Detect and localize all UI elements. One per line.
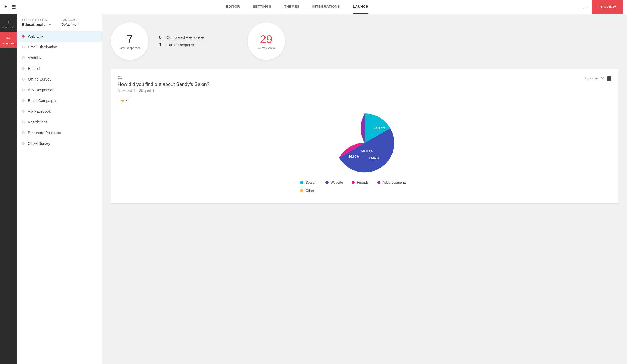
nav-right: ··· PREVIEW bbox=[578, 0, 627, 14]
nav-label-web-link: Web Link bbox=[28, 34, 43, 39]
svg-text:50.00%: 50.00% bbox=[361, 149, 373, 153]
nav-label-restrictions: Restrictions bbox=[28, 120, 47, 124]
nav-dot-email-distribution bbox=[22, 46, 25, 48]
collector-dropdown[interactable]: Educational ... ▾ bbox=[22, 22, 51, 27]
legend-label-advertisements: Advertisements bbox=[383, 180, 407, 184]
total-responses-circle: 7 Total Responses bbox=[111, 22, 148, 60]
survey-visits-circle: 29 Survey Visits bbox=[248, 22, 285, 60]
legend-dot-friends bbox=[352, 181, 355, 184]
chart-type-icon: 🥧 bbox=[121, 98, 125, 102]
chart-type-button[interactable]: 🥧 ▾ bbox=[118, 97, 130, 103]
legend-item-website: Website bbox=[325, 180, 343, 184]
nav-item-close-survey[interactable]: Close Survey bbox=[17, 138, 102, 149]
svg-text:16.67%: 16.67% bbox=[349, 155, 360, 158]
pie-chart-svg: 16.67% 16.67% 16.67% 50.00% bbox=[333, 111, 397, 175]
survey-visits-num: 29 bbox=[260, 33, 273, 46]
answered-stat: Answered: 6 bbox=[118, 89, 136, 93]
legend-dot-other bbox=[300, 189, 303, 192]
nav-item-visibility[interactable]: Visibility bbox=[17, 52, 102, 63]
left-nav-panel: Collector List Educational ... ▾ Languag… bbox=[17, 14, 102, 364]
main-layout: ⊞ SUMMARY ✏ BUILDER Collector List Educa… bbox=[0, 14, 627, 364]
skipped-stat: Skipped: 1 bbox=[139, 89, 154, 93]
nav-dot-password-protection bbox=[22, 131, 25, 134]
tab-settings[interactable]: SETTINGS bbox=[253, 0, 271, 14]
legend-item-friends: Friends bbox=[352, 180, 368, 184]
builder-label: BUILDER bbox=[2, 42, 14, 45]
chart-header: Q1 How did you find out about Sandy's Sa… bbox=[118, 76, 612, 93]
chart-card: Q1 How did you find out about Sandy's Sa… bbox=[111, 69, 618, 204]
nav-label-offline-survey: Offline Survey bbox=[28, 77, 51, 81]
download-export-icon[interactable]: ⬛ bbox=[606, 76, 612, 81]
question-title: How did you find out about Sandy's Salon… bbox=[118, 82, 210, 87]
nav-item-web-link[interactable]: Web Link bbox=[17, 31, 102, 42]
total-responses-label: Total Responses bbox=[119, 46, 140, 50]
legend-item-search: Search bbox=[300, 180, 316, 184]
legend-dot-advertisements bbox=[377, 181, 380, 184]
completed-label: Completed Responses bbox=[167, 35, 205, 40]
summary-icon: ⊞ bbox=[6, 19, 10, 25]
question-info: Q1 How did you find out about Sandy's Sa… bbox=[118, 76, 210, 93]
legend-label-search: Search bbox=[305, 180, 316, 184]
nav-label-password-protection: Password Protection bbox=[28, 131, 62, 135]
nav-item-buy-responses[interactable]: Buy Responses bbox=[17, 85, 102, 95]
nav-item-restrictions[interactable]: Restrictions bbox=[17, 117, 102, 127]
legend-dot-website bbox=[325, 181, 329, 184]
nav-label-via-facebook: Via Facebook bbox=[28, 109, 51, 113]
sidebar-item-builder[interactable]: ✏ BUILDER bbox=[0, 32, 17, 48]
collector-list-section: Collector List Educational ... ▾ bbox=[22, 18, 51, 27]
nav-item-email-campaigns[interactable]: Email Campaigns bbox=[17, 95, 102, 106]
nav-item-via-facebook[interactable]: Via Facebook bbox=[17, 106, 102, 117]
nav-dot-web-link bbox=[22, 35, 25, 38]
email-export-icon[interactable]: ✉ bbox=[601, 76, 604, 81]
tab-editor[interactable]: EDITOR bbox=[226, 0, 240, 14]
nav-item-password-protection[interactable]: Password Protection bbox=[17, 127, 102, 138]
nav-dot-offline-survey bbox=[22, 78, 25, 81]
nav-dot-visibility bbox=[22, 56, 25, 59]
nav-left: + ☰ bbox=[0, 4, 16, 10]
export-area: Export as ✉ ⬛ bbox=[585, 76, 612, 81]
nav-label-visibility: Visibility bbox=[28, 56, 41, 60]
tab-integrations[interactable]: INTEGRATIONS bbox=[312, 0, 340, 14]
top-nav: + ☰ EDITOR SETTINGS THEMES INTEGRATIONS … bbox=[0, 0, 627, 14]
legend-label-other: Other bbox=[305, 189, 314, 193]
completed-num: 6 bbox=[159, 35, 165, 40]
question-meta: Answered: 6 Skipped: 1 bbox=[118, 89, 210, 93]
nav-item-embed[interactable]: Embed bbox=[17, 63, 102, 74]
total-responses-num: 7 bbox=[126, 33, 133, 46]
nav-label-buy-responses: Buy Responses bbox=[28, 88, 54, 92]
menu-icon[interactable]: ☰ bbox=[12, 4, 16, 10]
summary-label: SUMMARY bbox=[2, 26, 15, 29]
nav-center: EDITOR SETTINGS THEMES INTEGRATIONS LAUN… bbox=[16, 0, 578, 14]
nav-dot-close-survey bbox=[22, 142, 25, 145]
sidebar-icons: ⊞ SUMMARY ✏ BUILDER bbox=[0, 14, 17, 364]
legend-item-other: Other bbox=[300, 189, 429, 193]
svg-text:16.67%: 16.67% bbox=[369, 156, 380, 160]
nav-label-close-survey: Close Survey bbox=[28, 141, 50, 146]
more-options-icon[interactable]: ··· bbox=[583, 4, 589, 10]
language-label: Language bbox=[61, 18, 80, 21]
nav-item-offline-survey[interactable]: Offline Survey bbox=[17, 74, 102, 85]
builder-icon: ✏ bbox=[6, 35, 10, 41]
tab-themes[interactable]: THEMES bbox=[284, 0, 299, 14]
collector-list-label: Collector List bbox=[22, 18, 51, 21]
language-section: Language Default (en) bbox=[61, 18, 80, 27]
export-label: Export as bbox=[585, 77, 599, 80]
nav-dot-buy-responses bbox=[22, 89, 25, 91]
nav-dot-embed bbox=[22, 67, 25, 70]
sidebar-item-summary[interactable]: ⊞ SUMMARY bbox=[0, 16, 17, 32]
nav-list: Web Link Email Distribution Visibility E… bbox=[17, 29, 102, 151]
question-num: Q1 bbox=[118, 76, 210, 79]
tab-launch[interactable]: LAUNCH bbox=[353, 0, 368, 14]
language-value: Default (en) bbox=[61, 22, 80, 26]
pie-chart: 16.67% 16.67% 16.67% 50.00% bbox=[333, 111, 397, 175]
nav-label-email-distribution: Email Distribution bbox=[28, 45, 57, 49]
preview-button[interactable]: PREVIEW bbox=[592, 0, 623, 14]
nav-item-email-distribution[interactable]: Email Distribution bbox=[17, 42, 102, 52]
collector-list-value: Educational ... bbox=[22, 22, 47, 27]
nav-label-embed: Embed bbox=[28, 66, 40, 71]
nav-dot-via-facebook bbox=[22, 110, 25, 113]
survey-visits-label: Survey Visits bbox=[258, 46, 275, 50]
chart-area: 16.67% 16.67% 16.67% 50.00% Search Websi… bbox=[118, 107, 612, 197]
plus-icon[interactable]: + bbox=[4, 4, 7, 10]
svg-text:16.67%: 16.67% bbox=[374, 126, 385, 130]
